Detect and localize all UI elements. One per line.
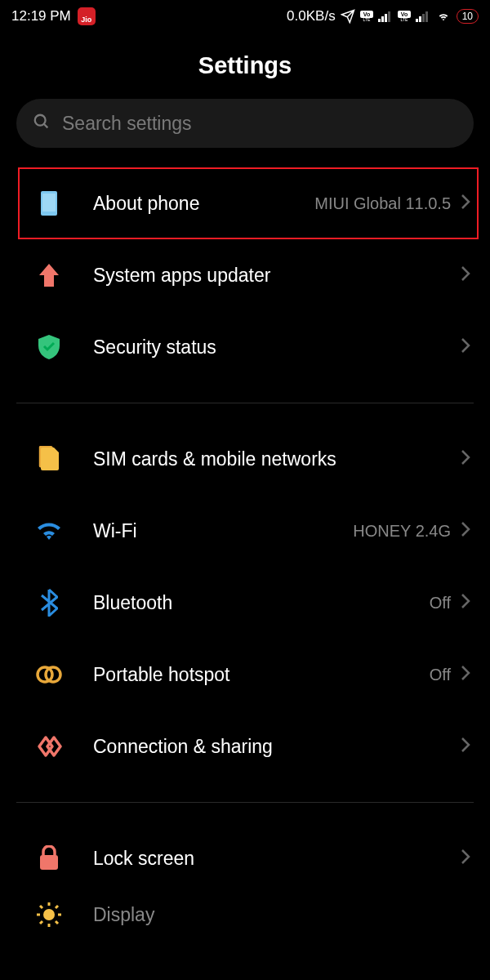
settings-group-3: Lock screen Display (0, 822, 490, 935)
divider (16, 802, 474, 803)
svg-point-21 (43, 909, 55, 920)
divider (16, 403, 474, 403)
svg-text:LTE: LTE (363, 17, 370, 22)
setting-lock-screen[interactable]: Lock screen (0, 822, 490, 894)
chevron-right-icon (461, 337, 470, 357)
shield-check-icon (34, 332, 64, 362)
setting-label: Wi-Fi (93, 520, 353, 542)
setting-system-updater[interactable]: System apps updater (0, 239, 490, 311)
signal-2-icon (416, 11, 430, 22)
setting-value: HONEY 2.4G (353, 522, 451, 541)
setting-label: System apps updater (93, 265, 461, 287)
chevron-right-icon (461, 737, 470, 756)
jio-badge-icon: Jio (78, 7, 96, 25)
phone-icon (34, 189, 64, 218)
chevron-right-icon (461, 265, 470, 285)
setting-label: SIM cards & mobile networks (93, 448, 461, 470)
setting-label: Lock screen (93, 848, 461, 870)
svg-line-28 (40, 921, 42, 924)
lock-icon (34, 844, 64, 873)
svg-rect-5 (385, 14, 387, 22)
setting-about-phone[interactable]: About phone MIUI Global 11.0.5 (0, 167, 490, 239)
svg-line-26 (40, 906, 42, 908)
svg-point-14 (35, 115, 46, 126)
chevron-right-icon (461, 593, 470, 612)
setting-label: Connection & sharing (93, 736, 461, 758)
search-input[interactable]: Search settings (16, 99, 474, 148)
setting-value: Off (430, 666, 451, 684)
brightness-icon (34, 900, 64, 929)
chevron-right-icon (461, 849, 470, 868)
setting-value: MIUI Global 11.0.5 (314, 194, 451, 213)
status-time: 12:19 PM (11, 8, 71, 24)
connection-icon (34, 732, 64, 761)
setting-hotspot[interactable]: Portable hotspot Off (0, 639, 490, 710)
setting-connection-sharing[interactable]: Connection & sharing (0, 710, 490, 782)
svg-rect-6 (388, 11, 390, 22)
page-title: Settings (0, 52, 490, 79)
search-placeholder: Search settings (62, 113, 192, 135)
search-icon (33, 113, 51, 134)
svg-rect-10 (416, 19, 418, 22)
volte-badge-1-icon: VoLTE (360, 11, 373, 22)
data-rate: 0.0KB/s (287, 8, 336, 24)
setting-value: Off (430, 594, 451, 612)
setting-label: Portable hotspot (93, 664, 430, 686)
setting-label: Security status (93, 336, 461, 359)
svg-rect-17 (42, 194, 56, 212)
setting-display[interactable]: Display (0, 894, 490, 935)
settings-group-2: SIM cards & mobile networks Wi-Fi HONEY … (0, 423, 490, 782)
status-bar: 12:19 PM Jio 0.0KB/s VoLTE VoLTE 10 (0, 0, 490, 33)
battery-icon: 10 (457, 9, 479, 24)
svg-line-27 (56, 921, 58, 924)
setting-label: About phone (93, 193, 314, 215)
wifi-status-icon (435, 10, 452, 23)
chevron-right-icon (461, 521, 470, 541)
chevron-right-icon (461, 449, 470, 469)
setting-label: Bluetooth (93, 592, 430, 614)
location-icon (341, 9, 355, 24)
chevron-right-icon (461, 665, 470, 684)
svg-rect-13 (425, 11, 428, 22)
setting-wifi[interactable]: Wi-Fi HONEY 2.4G (0, 495, 490, 567)
setting-security-status[interactable]: Security status (0, 311, 490, 383)
volte-badge-2-icon: VoLTE (398, 11, 411, 22)
hotspot-icon (34, 660, 64, 689)
settings-group-1: About phone MIUI Global 11.0.5 System ap… (0, 167, 490, 383)
setting-bluetooth[interactable]: Bluetooth Off (0, 567, 490, 639)
svg-rect-3 (378, 19, 381, 22)
signal-1-icon (378, 11, 393, 22)
sim-card-icon (34, 444, 64, 474)
setting-sim-cards[interactable]: SIM cards & mobile networks (0, 423, 490, 495)
svg-line-29 (56, 906, 58, 908)
arrow-up-icon (34, 261, 64, 290)
svg-text:Vo: Vo (363, 11, 369, 17)
wifi-icon (34, 516, 64, 546)
svg-text:Vo: Vo (400, 11, 407, 17)
svg-rect-4 (381, 16, 384, 22)
svg-rect-12 (422, 14, 425, 22)
svg-text:LTE: LTE (400, 17, 408, 22)
bluetooth-icon (34, 588, 64, 617)
svg-line-15 (44, 124, 48, 128)
svg-rect-20 (40, 855, 58, 870)
setting-label: Display (93, 904, 470, 926)
chevron-right-icon (461, 194, 470, 213)
svg-rect-11 (419, 16, 421, 22)
